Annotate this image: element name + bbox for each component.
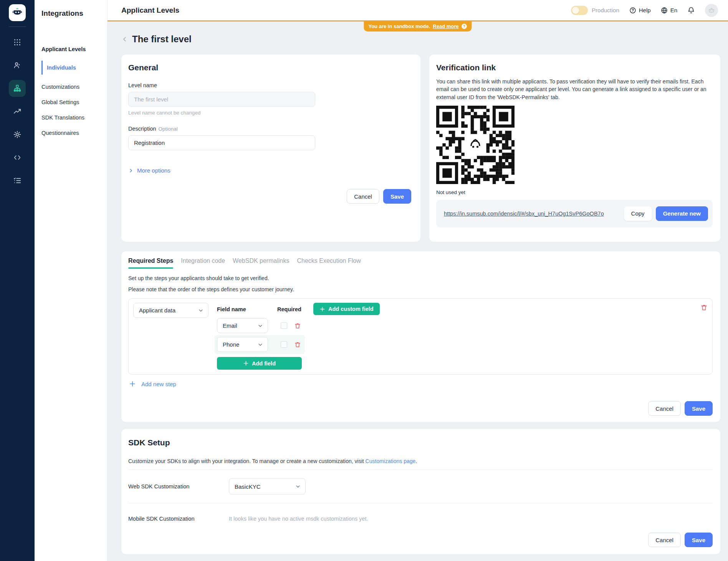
step-type-value: Applicant data: [139, 307, 175, 314]
verification-link-row: https://in.sumsub.com/idensic/l/#/sbx_un…: [436, 200, 713, 227]
sandbox-read-more-link[interactable]: Read more: [433, 23, 458, 29]
tab-required-steps[interactable]: Required Steps: [128, 257, 173, 269]
web-sdk-customization-select[interactable]: BasicKYC: [229, 478, 306, 495]
chevron-right-icon: [128, 168, 134, 173]
verification-link[interactable]: https://in.sumsub.com/idensic/l/#/sbx_un…: [444, 211, 604, 217]
content-area: The first level General Level name Level…: [108, 23, 728, 561]
plus-icon: [129, 380, 136, 387]
sdk-card-title: SDK Setup: [128, 438, 713, 447]
chevron-down-icon: [198, 308, 204, 313]
topbar: Applicant Levels Production Help En: [108, 0, 728, 22]
page-header-title: Applicant Levels: [121, 6, 179, 15]
description-label: DescriptionOptional: [128, 126, 411, 132]
add-custom-field-button[interactable]: Add custom field: [313, 303, 380, 315]
phone-required-checkbox[interactable]: [281, 341, 287, 348]
steps-tabs: Required Steps Integration code WebSDK p…: [128, 257, 713, 269]
settings-icon[interactable]: [9, 126, 26, 143]
level-name-label: Level name: [128, 82, 411, 88]
user-avatar[interactable]: [705, 4, 718, 17]
mobile-sdk-label: Mobile SDK Customization: [128, 516, 229, 522]
chevron-down-icon: [258, 342, 263, 347]
web-sdk-label: Web SDK Customization: [128, 483, 229, 490]
sidebar-title: Integrations: [41, 9, 102, 18]
required-steps-card: Required Steps Integration code WebSDK p…: [121, 251, 720, 422]
page-title: The first level: [132, 34, 192, 45]
add-new-step-button[interactable]: Add new step: [129, 380, 176, 387]
step-delete-trash-icon[interactable]: [700, 303, 708, 311]
production-label: Production: [592, 7, 619, 13]
general-cancel-button[interactable]: Cancel: [347, 189, 379, 204]
dev-code-icon[interactable]: [9, 149, 26, 166]
phone-delete-trash-icon[interactable]: [294, 341, 301, 348]
sidebar-item-applicant-levels[interactable]: Applicant Levels: [41, 46, 102, 52]
steps-save-button[interactable]: Save: [685, 401, 713, 416]
help-icon: [629, 7, 636, 14]
email-field-value: Email: [223, 322, 237, 329]
back-chevron-icon[interactable]: [121, 36, 128, 43]
robot-logo-icon: [12, 7, 23, 18]
more-options-label: More options: [137, 167, 170, 174]
production-toggle[interactable]: Production: [571, 6, 619, 15]
tab-checks-execution-flow[interactable]: Checks Execution Flow: [297, 257, 361, 269]
info-question-icon: [462, 23, 467, 29]
verification-description: You can share this link with multiple ap…: [436, 78, 713, 101]
help-label: Help: [639, 7, 651, 13]
required-header: Required: [277, 306, 301, 312]
sdk-setup-card: SDK Setup Customize your SDKs to align w…: [121, 429, 720, 554]
integrations-hierarchy-icon[interactable]: [9, 80, 26, 97]
help-button[interactable]: Help: [629, 7, 651, 14]
sidebar-item-global-settings[interactable]: Global Settings: [41, 99, 102, 105]
applicants-icon[interactable]: [9, 57, 26, 74]
chevron-down-icon: [258, 323, 263, 329]
sdk-cancel-button[interactable]: Cancel: [648, 533, 681, 547]
grid-apps-icon[interactable]: [9, 34, 26, 51]
phone-field-value: Phone: [223, 341, 239, 348]
generate-new-button[interactable]: Generate new: [656, 206, 708, 221]
sidebar-item-questionnaires[interactable]: Questionnaires: [41, 130, 102, 136]
language-button[interactable]: En: [661, 7, 677, 14]
main-area: Applicant Levels Production Help En: [108, 0, 728, 561]
steps-cancel-button[interactable]: Cancel: [648, 401, 681, 416]
general-save-button[interactable]: Save: [383, 189, 411, 204]
field-row-email: Email: [215, 316, 305, 335]
verification-card-title: Verification link: [436, 63, 713, 72]
description-input[interactable]: [128, 135, 315, 150]
tab-integration-code[interactable]: Integration code: [181, 257, 225, 269]
email-field-select[interactable]: Email: [217, 318, 268, 333]
steps-description-line2: Please note that the order of the steps …: [128, 286, 713, 292]
verification-link-card: Verification link You can share this lin…: [429, 55, 720, 242]
copy-link-button[interactable]: Copy: [624, 206, 652, 221]
level-name-input[interactable]: [128, 92, 315, 107]
more-options-toggle[interactable]: More options: [128, 167, 170, 174]
description-label-text: Description: [128, 126, 156, 132]
plus-icon: [243, 360, 249, 366]
rail-divider: [9, 27, 26, 27]
integrations-sidebar: Integrations Applicant Levels Individual…: [35, 0, 108, 561]
icon-rail: [0, 0, 35, 561]
sdk-save-button[interactable]: Save: [685, 533, 713, 547]
add-field-button[interactable]: Add field: [217, 357, 302, 370]
add-field-label: Add field: [252, 360, 276, 367]
sandbox-banner-text: You are in sandbox mode.: [368, 23, 430, 29]
checklist-icon[interactable]: [9, 172, 26, 189]
toggle-track[interactable]: [571, 6, 588, 15]
language-label: En: [670, 7, 677, 13]
tab-websdk-permalinks[interactable]: WebSDK permalinks: [233, 257, 289, 269]
sidebar-item-individuals[interactable]: Individuals: [41, 61, 102, 75]
globe-icon: [661, 7, 668, 14]
customizations-page-link[interactable]: Customizations page: [366, 458, 416, 464]
email-delete-trash-icon[interactable]: [294, 322, 301, 329]
notifications-button[interactable]: [687, 7, 695, 14]
web-sdk-value: BasicKYC: [235, 483, 261, 490]
sidebar-item-sdk-translations[interactable]: SDK Translations: [41, 115, 102, 121]
email-required-checkbox[interactable]: [281, 322, 287, 329]
description-optional-text: Optional: [159, 126, 178, 132]
add-new-step-label: Add new step: [141, 381, 176, 387]
phone-field-select[interactable]: Phone: [217, 337, 268, 352]
analytics-icon[interactable]: [9, 103, 26, 120]
sidebar-item-customizations[interactable]: Customizations: [41, 84, 102, 90]
fields-area: Field name Required Email: [215, 303, 305, 370]
brand-logo[interactable]: [9, 4, 26, 21]
step-type-select[interactable]: Applicant data: [133, 303, 208, 318]
qr-status-text: Not used yet: [436, 189, 713, 195]
